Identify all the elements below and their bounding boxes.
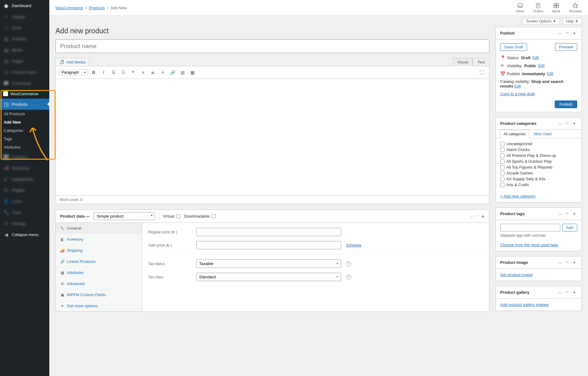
sidebar-blurred-item[interactable]: ✦Jetpack: [0, 11, 49, 22]
edit-visibility-link[interactable]: Edit: [538, 63, 545, 68]
panel-up-icon[interactable]: ︿: [557, 211, 563, 217]
editor-textarea[interactable]: [55, 79, 489, 196]
panel-up-icon[interactable]: ︿: [557, 289, 563, 295]
panel-up-icon[interactable]: ︿: [557, 30, 563, 36]
sale-price-input[interactable]: [196, 241, 341, 249]
sidebar-blurred-item[interactable]: 📣Marketing: [0, 162, 49, 174]
downloadable-checkbox[interactable]: [212, 214, 216, 218]
sidebar-sub-add-new[interactable]: Add New: [0, 118, 49, 126]
readmore-button[interactable]: ▤: [178, 68, 187, 77]
edit-catalog-link[interactable]: Edit: [514, 84, 521, 88]
panel-toggle-icon[interactable]: ▲: [571, 289, 577, 295]
add-tag-button[interactable]: Add: [562, 224, 577, 231]
edit-status-link[interactable]: Edit: [533, 55, 539, 60]
link-button[interactable]: 🔗: [168, 68, 177, 77]
pd-tab-more[interactable]: ✦Get more options: [56, 300, 142, 312]
inbox-button[interactable]: Inbox: [516, 2, 524, 13]
sidebar-sub-all-products[interactable]: All Products: [0, 110, 49, 118]
schedule-link[interactable]: Schedule: [346, 243, 361, 247]
save-draft-button[interactable]: Save Draft: [500, 43, 527, 51]
help-icon[interactable]: ?: [346, 275, 351, 280]
sidebar-woocommerce[interactable]: WooCommerce: [0, 89, 49, 99]
panel-up-icon[interactable]: ︿: [557, 260, 563, 265]
panel-down-icon[interactable]: ﹀: [564, 289, 570, 295]
sidebar-blurred-item[interactable]: ⚙Settings: [0, 218, 49, 229]
sidebar-blurred-item[interactable]: ▦Portfolio: [0, 33, 49, 44]
toolbar-toggle-button[interactable]: ▦: [188, 68, 197, 77]
pd-tab-attributes[interactable]: ▦Attributes: [56, 267, 142, 278]
bullet-list-button[interactable]: ☰: [109, 68, 118, 77]
cat-tab-most-used[interactable]: Most Used: [530, 130, 555, 138]
align-right-button[interactable]: ≡: [158, 68, 167, 77]
sidebar-blurred-item[interactable]: 💬Comments: [0, 78, 49, 89]
sidebar-sub-attributes[interactable]: Attributes: [0, 143, 49, 151]
cat-tab-all[interactable]: All categories: [500, 130, 529, 138]
reviews-button[interactable]: Reviews: [569, 2, 582, 13]
sidebar-dashboard[interactable]: ◉ Dashboard: [0, 0, 49, 11]
panel-toggle-icon[interactable]: ▲: [571, 211, 577, 217]
panel-toggle-icon[interactable]: ▲: [571, 121, 577, 126]
pd-tab-linked[interactable]: 🔗Linked Products: [56, 256, 142, 267]
set-image-link[interactable]: Set product image: [500, 272, 533, 277]
category-list[interactable]: Uncategorized Alarm Clocks All Pretend P…: [496, 138, 582, 191]
virtual-checkbox[interactable]: [176, 214, 180, 218]
sidebar-blurred-item[interactable]: ▣Media: [0, 44, 49, 55]
panel-down-icon[interactable]: ﹀: [564, 260, 570, 265]
breadcrumb-woocommerce[interactable]: WooCommerce: [55, 6, 83, 10]
add-category-link[interactable]: + Add new category: [500, 194, 536, 198]
align-left-button[interactable]: ≡: [139, 68, 147, 77]
product-name-input[interactable]: [55, 39, 489, 53]
align-center-button[interactable]: ≣: [149, 68, 157, 77]
sidebar-blurred-item[interactable]: 🖌Appearance: [0, 174, 49, 185]
sidebar-blurred-item[interactable]: 👤Users: [0, 196, 49, 207]
quote-button[interactable]: ❝: [129, 68, 137, 77]
cat-item[interactable]: Arcade Games: [500, 171, 577, 175]
help-icon[interactable]: ?: [346, 261, 351, 266]
cat-item[interactable]: All Toy Figures & Playsets: [500, 165, 577, 170]
sidebar-blurred-item[interactable]: ⊞Product Feed: [0, 67, 49, 78]
sidebar-blurred-item[interactable]: ✎Posts: [0, 22, 49, 33]
panel-down-icon[interactable]: ﹀: [564, 121, 570, 126]
breadcrumb-products[interactable]: Products: [89, 6, 105, 10]
sidebar-collapse[interactable]: ◀ Collapse menu: [0, 229, 49, 240]
bold-button[interactable]: B: [89, 68, 98, 77]
fullscreen-button[interactable]: ⛶: [477, 68, 486, 77]
tab-visual[interactable]: Visual: [453, 58, 473, 66]
sidebar-blurred-item[interactable]: 📊Analytics: [0, 151, 49, 162]
copy-draft-link[interactable]: Copy to a new draft: [500, 92, 535, 96]
tab-text[interactable]: Text: [473, 58, 489, 66]
pd-tab-advanced[interactable]: ⚙Advanced: [56, 278, 142, 289]
pd-tab-shipping[interactable]: 🚚Shipping: [56, 245, 142, 256]
help-button[interactable]: Help ▼: [563, 18, 582, 24]
italic-button[interactable]: I: [99, 68, 108, 77]
orders-button[interactable]: Orders: [533, 2, 543, 13]
panel-toggle-icon[interactable]: ▲: [481, 214, 485, 219]
pd-tab-general[interactable]: 🔧General: [56, 223, 142, 234]
cat-item[interactable]: Uncategorized: [500, 141, 577, 146]
sidebar-blurred-item[interactable]: 🔌Plugins: [0, 185, 49, 196]
sidebar-sub-categories[interactable]: Categories: [0, 126, 49, 135]
sidebar-blurred-item[interactable]: 🔧Tools: [0, 207, 49, 218]
panel-up-icon[interactable]: ︿: [557, 121, 563, 126]
tag-input[interactable]: [500, 224, 560, 231]
cat-item[interactable]: Art Supply Sets & Kits: [500, 177, 577, 181]
paragraph-select[interactable]: Paragraph: [59, 69, 88, 76]
numbered-list-button[interactable]: ☷: [119, 68, 128, 77]
sidebar-products[interactable]: ◳ Products: [0, 99, 49, 110]
add-media-button[interactable]: 🎵 Add Media: [55, 58, 89, 66]
panel-down-icon[interactable]: ﹀: [476, 214, 480, 219]
sidebar-blurred-item[interactable]: ▤Pages: [0, 55, 49, 67]
cat-item[interactable]: All Sports & Outdoor Play: [500, 159, 577, 164]
panel-down-icon[interactable]: ﹀: [564, 211, 570, 217]
preview-button[interactable]: Preview: [555, 43, 577, 51]
panel-down-icon[interactable]: ﹀: [564, 30, 570, 36]
screen-options-button[interactable]: Screen Options ▼: [523, 18, 560, 24]
pd-tab-wpfm[interactable]: ▣WPFM Custom Fields: [56, 289, 142, 300]
add-gallery-link[interactable]: Add product gallery images: [500, 302, 549, 307]
stock-button[interactable]: Stock: [552, 2, 561, 13]
tax-status-select[interactable]: Taxable: [196, 260, 341, 268]
publish-button[interactable]: Publish: [555, 100, 577, 108]
sidebar-sub-tags[interactable]: Tags: [0, 135, 49, 143]
cat-item[interactable]: All Pretend Play & Dress-up: [500, 153, 577, 158]
cat-item[interactable]: Alarm Clocks: [500, 147, 577, 152]
